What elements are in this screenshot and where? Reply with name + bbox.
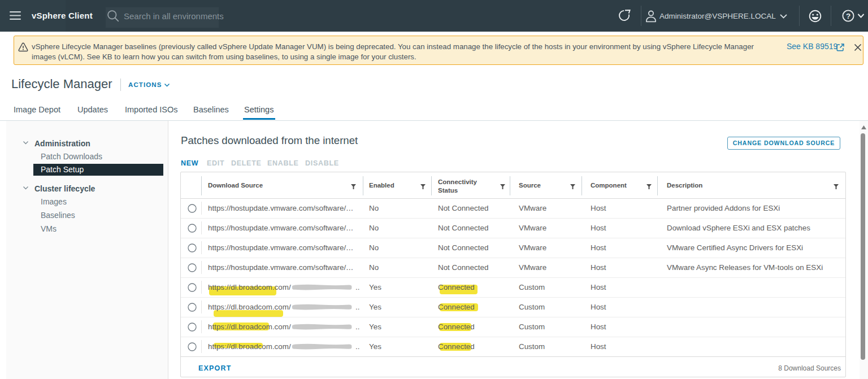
svg-text:?: ? [846,12,850,20]
